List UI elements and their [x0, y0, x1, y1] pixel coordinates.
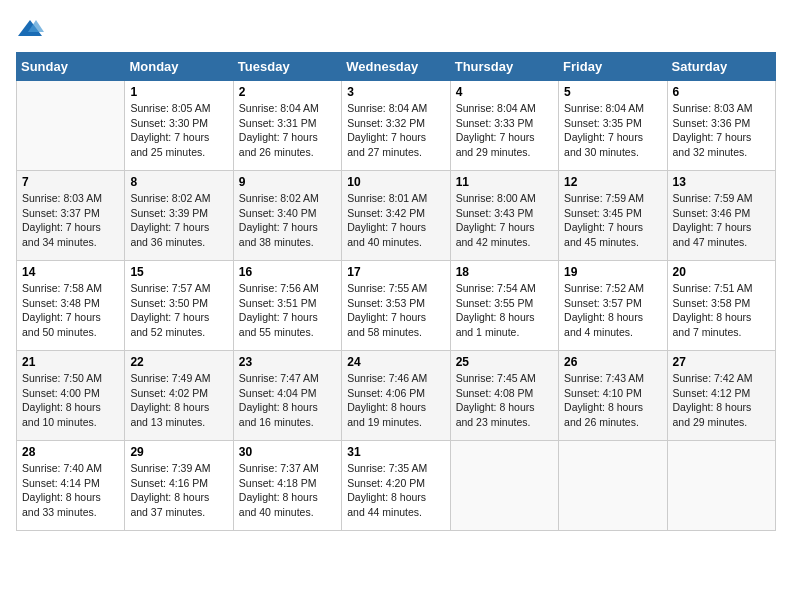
- calendar-cell: 4Sunrise: 8:04 AMSunset: 3:33 PMDaylight…: [450, 81, 558, 171]
- calendar-cell: 1Sunrise: 8:05 AMSunset: 3:30 PMDaylight…: [125, 81, 233, 171]
- calendar-cell: 28Sunrise: 7:40 AMSunset: 4:14 PMDayligh…: [17, 441, 125, 531]
- page-header: [16, 16, 776, 44]
- calendar-cell: 25Sunrise: 7:45 AMSunset: 4:08 PMDayligh…: [450, 351, 558, 441]
- cell-info: Sunrise: 8:03 AMSunset: 3:37 PMDaylight:…: [22, 191, 119, 250]
- calendar-cell: 30Sunrise: 7:37 AMSunset: 4:18 PMDayligh…: [233, 441, 341, 531]
- day-number: 7: [22, 175, 119, 189]
- cell-info: Sunrise: 8:04 AMSunset: 3:33 PMDaylight:…: [456, 101, 553, 160]
- day-number: 2: [239, 85, 336, 99]
- cell-info: Sunrise: 8:00 AMSunset: 3:43 PMDaylight:…: [456, 191, 553, 250]
- cell-info: Sunrise: 7:54 AMSunset: 3:55 PMDaylight:…: [456, 281, 553, 340]
- day-number: 8: [130, 175, 227, 189]
- header-day-tuesday: Tuesday: [233, 53, 341, 81]
- cell-info: Sunrise: 7:49 AMSunset: 4:02 PMDaylight:…: [130, 371, 227, 430]
- day-number: 29: [130, 445, 227, 459]
- calendar-cell: 19Sunrise: 7:52 AMSunset: 3:57 PMDayligh…: [559, 261, 667, 351]
- day-number: 25: [456, 355, 553, 369]
- logo: [16, 16, 48, 44]
- day-number: 6: [673, 85, 770, 99]
- calendar-cell: 22Sunrise: 7:49 AMSunset: 4:02 PMDayligh…: [125, 351, 233, 441]
- day-number: 13: [673, 175, 770, 189]
- cell-info: Sunrise: 7:35 AMSunset: 4:20 PMDaylight:…: [347, 461, 444, 520]
- header-day-thursday: Thursday: [450, 53, 558, 81]
- cell-info: Sunrise: 7:50 AMSunset: 4:00 PMDaylight:…: [22, 371, 119, 430]
- day-number: 24: [347, 355, 444, 369]
- calendar-cell: 31Sunrise: 7:35 AMSunset: 4:20 PMDayligh…: [342, 441, 450, 531]
- calendar-cell: 27Sunrise: 7:42 AMSunset: 4:12 PMDayligh…: [667, 351, 775, 441]
- day-number: 12: [564, 175, 661, 189]
- calendar-cell: 21Sunrise: 7:50 AMSunset: 4:00 PMDayligh…: [17, 351, 125, 441]
- calendar-header-row: SundayMondayTuesdayWednesdayThursdayFrid…: [17, 53, 776, 81]
- day-number: 9: [239, 175, 336, 189]
- cell-info: Sunrise: 7:46 AMSunset: 4:06 PMDaylight:…: [347, 371, 444, 430]
- calendar-cell: 8Sunrise: 8:02 AMSunset: 3:39 PMDaylight…: [125, 171, 233, 261]
- calendar-cell: 12Sunrise: 7:59 AMSunset: 3:45 PMDayligh…: [559, 171, 667, 261]
- logo-icon: [16, 16, 44, 44]
- cell-info: Sunrise: 8:04 AMSunset: 3:35 PMDaylight:…: [564, 101, 661, 160]
- cell-info: Sunrise: 8:01 AMSunset: 3:42 PMDaylight:…: [347, 191, 444, 250]
- cell-info: Sunrise: 7:42 AMSunset: 4:12 PMDaylight:…: [673, 371, 770, 430]
- day-number: 17: [347, 265, 444, 279]
- calendar-week-row: 28Sunrise: 7:40 AMSunset: 4:14 PMDayligh…: [17, 441, 776, 531]
- cell-info: Sunrise: 8:02 AMSunset: 3:40 PMDaylight:…: [239, 191, 336, 250]
- calendar-cell: [667, 441, 775, 531]
- calendar-cell: 2Sunrise: 8:04 AMSunset: 3:31 PMDaylight…: [233, 81, 341, 171]
- cell-info: Sunrise: 8:03 AMSunset: 3:36 PMDaylight:…: [673, 101, 770, 160]
- calendar-cell: [450, 441, 558, 531]
- day-number: 26: [564, 355, 661, 369]
- calendar-cell: 6Sunrise: 8:03 AMSunset: 3:36 PMDaylight…: [667, 81, 775, 171]
- calendar-cell: 7Sunrise: 8:03 AMSunset: 3:37 PMDaylight…: [17, 171, 125, 261]
- calendar-cell: 26Sunrise: 7:43 AMSunset: 4:10 PMDayligh…: [559, 351, 667, 441]
- header-day-saturday: Saturday: [667, 53, 775, 81]
- calendar-cell: 5Sunrise: 8:04 AMSunset: 3:35 PMDaylight…: [559, 81, 667, 171]
- cell-info: Sunrise: 8:05 AMSunset: 3:30 PMDaylight:…: [130, 101, 227, 160]
- calendar-cell: 3Sunrise: 8:04 AMSunset: 3:32 PMDaylight…: [342, 81, 450, 171]
- cell-info: Sunrise: 7:51 AMSunset: 3:58 PMDaylight:…: [673, 281, 770, 340]
- calendar-cell: 14Sunrise: 7:58 AMSunset: 3:48 PMDayligh…: [17, 261, 125, 351]
- day-number: 16: [239, 265, 336, 279]
- calendar-cell: 15Sunrise: 7:57 AMSunset: 3:50 PMDayligh…: [125, 261, 233, 351]
- calendar-week-row: 21Sunrise: 7:50 AMSunset: 4:00 PMDayligh…: [17, 351, 776, 441]
- day-number: 14: [22, 265, 119, 279]
- day-number: 21: [22, 355, 119, 369]
- calendar-cell: 18Sunrise: 7:54 AMSunset: 3:55 PMDayligh…: [450, 261, 558, 351]
- cell-info: Sunrise: 7:39 AMSunset: 4:16 PMDaylight:…: [130, 461, 227, 520]
- calendar-cell: 24Sunrise: 7:46 AMSunset: 4:06 PMDayligh…: [342, 351, 450, 441]
- cell-info: Sunrise: 7:40 AMSunset: 4:14 PMDaylight:…: [22, 461, 119, 520]
- calendar-cell: 20Sunrise: 7:51 AMSunset: 3:58 PMDayligh…: [667, 261, 775, 351]
- calendar-week-row: 1Sunrise: 8:05 AMSunset: 3:30 PMDaylight…: [17, 81, 776, 171]
- day-number: 1: [130, 85, 227, 99]
- cell-info: Sunrise: 8:04 AMSunset: 3:32 PMDaylight:…: [347, 101, 444, 160]
- cell-info: Sunrise: 7:45 AMSunset: 4:08 PMDaylight:…: [456, 371, 553, 430]
- day-number: 11: [456, 175, 553, 189]
- cell-info: Sunrise: 7:43 AMSunset: 4:10 PMDaylight:…: [564, 371, 661, 430]
- cell-info: Sunrise: 7:47 AMSunset: 4:04 PMDaylight:…: [239, 371, 336, 430]
- day-number: 30: [239, 445, 336, 459]
- cell-info: Sunrise: 8:04 AMSunset: 3:31 PMDaylight:…: [239, 101, 336, 160]
- day-number: 31: [347, 445, 444, 459]
- calendar-cell: 11Sunrise: 8:00 AMSunset: 3:43 PMDayligh…: [450, 171, 558, 261]
- calendar-table: SundayMondayTuesdayWednesdayThursdayFrid…: [16, 52, 776, 531]
- calendar-cell: [559, 441, 667, 531]
- day-number: 22: [130, 355, 227, 369]
- calendar-week-row: 7Sunrise: 8:03 AMSunset: 3:37 PMDaylight…: [17, 171, 776, 261]
- day-number: 18: [456, 265, 553, 279]
- day-number: 19: [564, 265, 661, 279]
- cell-info: Sunrise: 7:59 AMSunset: 3:45 PMDaylight:…: [564, 191, 661, 250]
- day-number: 27: [673, 355, 770, 369]
- day-number: 20: [673, 265, 770, 279]
- cell-info: Sunrise: 7:52 AMSunset: 3:57 PMDaylight:…: [564, 281, 661, 340]
- day-number: 23: [239, 355, 336, 369]
- cell-info: Sunrise: 7:55 AMSunset: 3:53 PMDaylight:…: [347, 281, 444, 340]
- cell-info: Sunrise: 7:37 AMSunset: 4:18 PMDaylight:…: [239, 461, 336, 520]
- day-number: 15: [130, 265, 227, 279]
- calendar-cell: 23Sunrise: 7:47 AMSunset: 4:04 PMDayligh…: [233, 351, 341, 441]
- day-number: 5: [564, 85, 661, 99]
- calendar-cell: [17, 81, 125, 171]
- day-number: 10: [347, 175, 444, 189]
- calendar-cell: 17Sunrise: 7:55 AMSunset: 3:53 PMDayligh…: [342, 261, 450, 351]
- day-number: 4: [456, 85, 553, 99]
- cell-info: Sunrise: 8:02 AMSunset: 3:39 PMDaylight:…: [130, 191, 227, 250]
- calendar-week-row: 14Sunrise: 7:58 AMSunset: 3:48 PMDayligh…: [17, 261, 776, 351]
- header-day-wednesday: Wednesday: [342, 53, 450, 81]
